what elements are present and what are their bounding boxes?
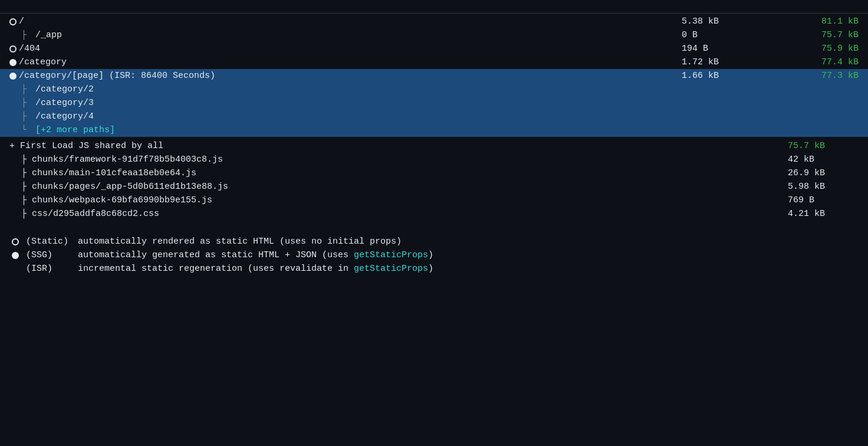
static-icon (9, 45, 17, 53)
row-size: 1.72 kB (682, 57, 752, 67)
build-output: /5.38 kB81.1 kB├ /_app0 B75.7 kB/404194 … (0, 0, 868, 281)
tree-connector: ├ (21, 112, 32, 122)
row-name: /category/[page] (ISR: 86400 Seconds) (19, 71, 215, 81)
chunk-row: ├ chunks/pages/_app-5d0b611ed1b13e88.js5… (0, 180, 868, 194)
chunk-size: 42 kB (788, 155, 859, 165)
chunk-size: 5.98 kB (788, 182, 859, 192)
legend-icon (9, 252, 21, 259)
tree-connector: └ (21, 125, 32, 135)
static-icon (9, 18, 17, 25)
row-size: 194 B (682, 44, 752, 54)
legend-type: (Static) (26, 237, 73, 247)
chunk-row: ├ chunks/webpack-69bfa6990bb9e155.js769 … (0, 194, 868, 207)
shared-section: + First Load JS shared by all75.7 kB├ ch… (0, 139, 868, 221)
table-header (0, 6, 868, 14)
legend-link: getStaticProps (354, 264, 428, 274)
legend-section: (Static)automatically rendered as static… (0, 235, 868, 276)
row-size: 5.38 kB (682, 17, 752, 27)
table-body: /5.38 kB81.1 kB├ /_app0 B75.7 kB/404194 … (0, 15, 868, 137)
legend-desc: automatically generated as static HTML +… (78, 250, 859, 260)
row-name: / (19, 17, 24, 27)
legend-static-icon (12, 238, 19, 245)
row-size: 1.66 kB (682, 71, 752, 81)
chunk-row: ├ chunks/main-101cfeaa18eb0e64.js26.9 kB (0, 166, 868, 180)
table-row: ├ /category/3 (0, 96, 868, 110)
row-firstload: 75.7 kB (752, 30, 859, 40)
shared-total-row: + First Load JS shared by all75.7 kB (0, 139, 868, 153)
legend-type: (SSG) (26, 250, 73, 260)
row-size: 0 B (682, 30, 752, 40)
table-row: ├ /category/4 (0, 110, 868, 123)
ssg-icon (9, 59, 17, 66)
chunk-row: ├ chunks/framework-91d7f78b5b4003c8.js42… (0, 153, 868, 166)
tree-connector: ├ (21, 98, 32, 108)
chunk-name: ├ css/d295addfa8c68cd2.css (9, 209, 788, 219)
chunk-name: ├ chunks/main-101cfeaa18eb0e64.js (9, 168, 788, 178)
row-firstload: 81.1 kB (752, 17, 859, 27)
chunk-name: ├ chunks/pages/_app-5d0b611ed1b13e88.js (9, 182, 788, 192)
tree-connector: ├ (21, 30, 32, 40)
legend-desc: automatically rendered as static HTML (u… (78, 237, 859, 247)
shared-total-label: + First Load JS shared by all (9, 141, 788, 151)
legend-type: (ISR) (26, 264, 73, 274)
chunk-name: ├ chunks/webpack-69bfa6990bb9e155.js (9, 195, 788, 205)
table-row: ├ /_app0 B75.7 kB (0, 28, 868, 42)
tree-connector: ├ (21, 84, 32, 94)
row-name: /category/2 (35, 84, 94, 94)
row-name: [+2 more paths] (35, 125, 115, 135)
row-name: /category/3 (35, 98, 94, 108)
table-row: /404194 B75.9 kB (0, 42, 868, 55)
shared-total-size: 75.7 kB (788, 141, 859, 151)
row-firstload: 77.3 kB (752, 71, 859, 81)
table-row: /category1.72 kB77.4 kB (0, 55, 868, 69)
row-name: /category/4 (35, 112, 94, 122)
row-name: /_app (35, 30, 62, 40)
chunk-size: 4.21 kB (788, 209, 859, 219)
table-row: └ [+2 more paths] (0, 123, 868, 137)
row-firstload: 75.9 kB (752, 44, 859, 54)
ssg-icon (9, 73, 17, 80)
row-name: /404 (19, 44, 40, 54)
legend-desc: incremental static regeneration (uses re… (78, 264, 859, 274)
legend-row: (Static)automatically rendered as static… (9, 235, 859, 248)
table-row: /5.38 kB81.1 kB (0, 15, 868, 28)
chunk-name: ├ chunks/framework-91d7f78b5b4003c8.js (9, 155, 788, 165)
chunk-size: 26.9 kB (788, 168, 859, 178)
legend-row: (SSG)automatically generated as static H… (9, 248, 859, 262)
legend-ssg-icon (12, 252, 19, 259)
chunk-row: ├ css/d295addfa8c68cd2.css4.21 kB (0, 207, 868, 221)
legend-row: (ISR)incremental static regeneration (us… (9, 262, 859, 276)
table-row: /category/[page] (ISR: 86400 Seconds)1.6… (0, 69, 868, 83)
row-firstload: 77.4 kB (752, 57, 859, 67)
chunk-size: 769 B (788, 195, 859, 205)
row-name: /category (19, 57, 67, 67)
legend-icon (9, 238, 21, 245)
legend-link: getStaticProps (354, 250, 428, 260)
table-row: ├ /category/2 (0, 83, 868, 96)
